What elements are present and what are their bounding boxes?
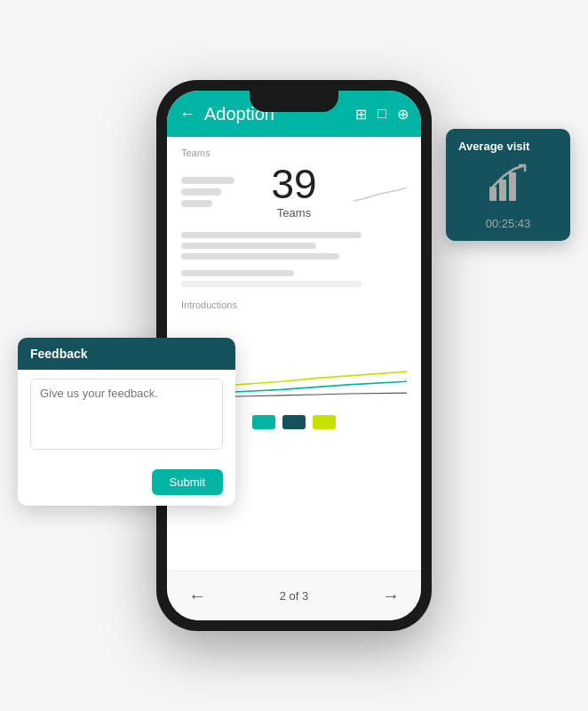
teams-sublabel: Teams <box>243 206 345 220</box>
globe-icon[interactable]: ⊕ <box>397 106 409 123</box>
back-button[interactable]: ← <box>179 105 195 124</box>
teams-bars-left <box>181 177 234 207</box>
teams-label: Teams <box>181 148 407 158</box>
svg-rect-0 <box>489 187 497 201</box>
bar-2 <box>181 188 221 196</box>
content-bar-4 <box>181 270 294 276</box>
scene: Average visit 00:25:43 Feedback <box>0 0 588 711</box>
teams-big-number: 39 <box>243 164 345 204</box>
content-bars-2 <box>167 265 421 292</box>
intro-label: Introductions <box>181 300 407 310</box>
header-icons: ⊞ □ ⊕ <box>355 106 409 123</box>
feedback-title: Feedback <box>30 347 223 361</box>
grid-icon[interactable]: ⊞ <box>355 106 367 123</box>
content-bars <box>167 227 421 265</box>
bar-3 <box>181 200 212 207</box>
content-bar-1 <box>181 232 362 238</box>
phone-notch <box>250 91 338 112</box>
bottom-nav: ← 2 of 3 → <box>167 571 421 620</box>
bookmark-icon[interactable]: □ <box>377 106 386 122</box>
feedback-footer: Submit <box>18 462 235 506</box>
avg-visit-card: Average visit 00:25:43 <box>446 129 570 241</box>
growth-chart-icon <box>486 162 530 210</box>
content-bar-2 <box>181 243 316 249</box>
avg-visit-icon-area <box>458 162 558 210</box>
avg-visit-title: Average visit <box>458 140 558 153</box>
feedback-header: Feedback <box>18 338 235 370</box>
feedback-card: Feedback Submit <box>18 338 235 506</box>
feedback-body <box>18 370 235 462</box>
page-indicator: 2 of 3 <box>280 589 309 603</box>
svg-rect-1 <box>499 180 506 201</box>
feedback-submit-button[interactable]: Submit <box>152 469 223 495</box>
legend-dark-teal <box>282 415 306 429</box>
legend-lime <box>313 415 336 429</box>
bar-1 <box>181 177 234 184</box>
next-button[interactable]: → <box>382 586 400 606</box>
teams-section: Teams 39 Teams <box>167 137 421 227</box>
teams-chart <box>354 174 407 210</box>
prev-button[interactable]: ← <box>188 586 206 606</box>
teams-row: 39 Teams <box>181 164 407 220</box>
svg-rect-2 <box>509 172 516 201</box>
legend-teal <box>252 415 275 429</box>
intro-section: Introductions <box>167 292 421 319</box>
content-bar-3 <box>181 253 339 260</box>
feedback-input[interactable] <box>30 379 223 450</box>
teams-center: 39 Teams <box>243 164 345 220</box>
avg-visit-time: 00:25:43 <box>458 217 558 230</box>
content-bar-5 <box>181 281 362 287</box>
